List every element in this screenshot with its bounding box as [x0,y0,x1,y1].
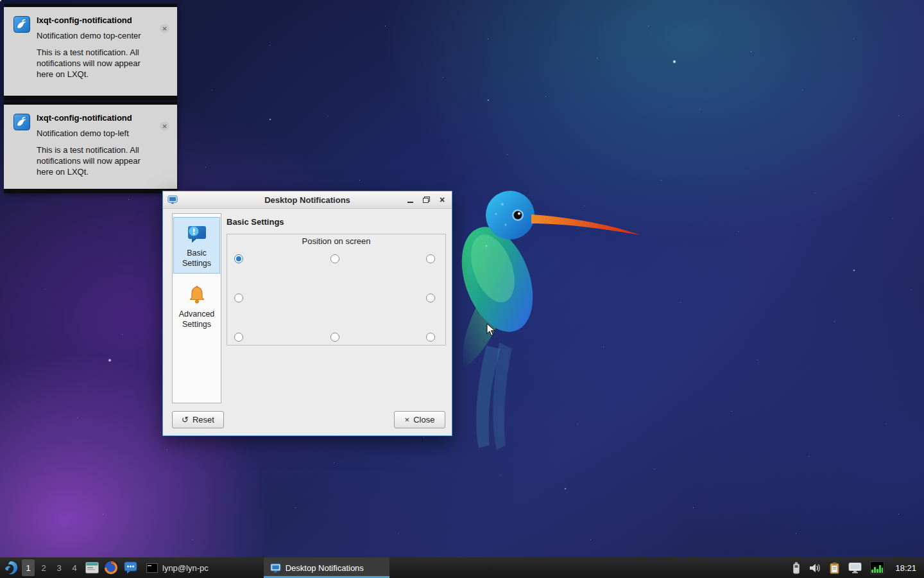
notification-body: This is a test notification. All notific… [37,47,151,80]
close-window-button[interactable]: × [437,195,447,205]
app-menu-button[interactable] [0,557,21,578]
cpu-monitor-icon[interactable] [870,561,884,574]
workspace-button-3[interactable]: 3 [51,557,67,578]
quicklaunch-chat[interactable] [121,557,140,578]
lxqt-notification-icon [13,114,30,130]
settings-category-list: Basic Settings Advanced Settings [172,213,221,403]
firefox-icon [104,561,118,575]
reset-button[interactable]: ↺ Reset [172,411,224,428]
reset-button-label: Reset [193,415,214,425]
radio-position-top-center[interactable] [330,254,339,263]
system-tray: 18:21 [792,557,924,578]
minimize-button[interactable] [405,195,415,205]
terminal-launcher-icon [85,562,99,574]
restore-icon [423,197,430,203]
clipboard-icon[interactable] [829,562,840,574]
workspace-button-2[interactable]: 2 [36,557,51,578]
quicklaunch-firefox[interactable] [101,557,121,578]
restore-button[interactable] [421,195,431,205]
hummingbird-wallpaper-art [441,185,653,461]
window-titlebar[interactable]: Desktop Notifications × [163,191,452,209]
notification-popup-top-left: lxqt-config-notificationd Notification d… [4,101,177,193]
sidebar-item-basic-settings[interactable]: Basic Settings [174,218,219,273]
notification-popup-top-center: lxqt-config-notificationd Notification d… [4,4,177,100]
notification-close-button[interactable]: × [160,121,169,131]
quicklaunch-terminal[interactable] [82,557,101,578]
advanced-settings-bell-icon [185,283,209,306]
task-button-terminal[interactable]: lynp@lyn-pc [140,557,215,578]
lxqt-notification-icon [13,16,30,33]
window-content: Basic Settings Advanced Settings Basic S… [163,209,452,436]
stars-decoration-bright [0,0,1,1]
radio-position-bottom-left[interactable] [234,333,243,342]
notification-app-name: lxqt-config-notificationd [37,15,151,26]
radio-position-top-left[interactable] [234,254,243,263]
notification-app-name: lxqt-config-notificationd [37,112,151,123]
desktop-notifications-window: Desktop Notifications × Basic Settings [162,191,452,436]
lxqt-logo-icon [3,560,19,576]
workspace-button-1[interactable]: 1 [22,559,35,576]
basic-settings-icon [185,222,209,245]
groupbox-title: Position on screen [227,236,445,246]
radio-position-bottom-center[interactable] [330,333,339,342]
close-button-label: Close [413,415,434,425]
position-groupbox: Position on screen [227,234,446,346]
radio-position-middle-left[interactable] [234,293,243,302]
notification-close-button[interactable]: × [160,24,169,33]
sidebar-item-advanced-settings[interactable]: Advanced Settings [174,279,219,334]
radio-position-top-right[interactable] [426,254,435,263]
mouse-cursor [486,323,496,337]
taskbar: 1 2 3 4 lynp@lyn-pc [0,557,924,578]
radio-position-bottom-right[interactable] [426,333,435,342]
task-button-label: lynp@lyn-pc [162,563,209,573]
sidebar-item-label: Basic Settings [175,248,218,269]
close-button-icon: × [405,415,410,425]
task-button-desktop-notifications[interactable]: Desktop Notifications [264,557,389,578]
close-icon: × [440,195,445,204]
battery-indicator-icon[interactable] [792,562,800,574]
notification-body: This is a test notification. All notific… [37,144,151,177]
taskbar-clock[interactable]: 18:21 [893,563,919,573]
notification-summary: Notification demo top-center [37,30,151,41]
desktop-notifications-task-icon [270,563,281,574]
workspace-button-4[interactable]: 4 [67,557,82,578]
display-settings-icon[interactable] [848,562,862,574]
minimize-icon [407,202,413,203]
volume-icon[interactable] [809,563,821,574]
chat-launcher-icon [124,561,137,574]
sidebar-item-label: Advanced Settings [175,309,218,330]
page-heading: Basic Settings [227,217,284,227]
terminal-window-icon [146,563,158,573]
task-button-label: Desktop Notifications [286,563,364,573]
reset-icon: ↺ [182,415,189,425]
notification-summary: Notification demo top-left [37,128,151,139]
close-button[interactable]: × Close [394,411,445,428]
radio-position-middle-right[interactable] [426,293,435,302]
